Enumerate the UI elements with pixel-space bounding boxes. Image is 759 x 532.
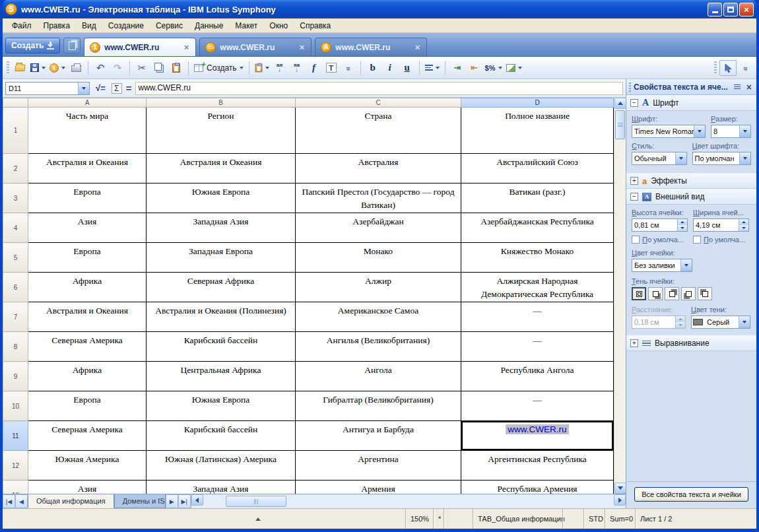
name-box-dropdown-button[interactable] <box>78 83 89 94</box>
cell[interactable]: Азербайджанская Республика <box>461 213 614 243</box>
dropdown-arrow-icon[interactable] <box>739 152 750 164</box>
selected-cell[interactable]: www.CWER.ru <box>461 421 614 451</box>
formula-input[interactable]: www.CWER.ru <box>135 82 624 95</box>
previous-sheet-button[interactable]: ◀ <box>15 494 28 508</box>
cell[interactable]: Южная Америка <box>28 451 147 481</box>
dropdown-arrow-icon[interactable] <box>739 125 750 137</box>
row-header[interactable]: 6 <box>3 273 28 302</box>
undo-button[interactable]: ↶ <box>92 60 108 76</box>
formula-button[interactable]: f <box>306 60 322 76</box>
cell[interactable]: Южная Европа <box>147 183 296 213</box>
copy-button[interactable] <box>151 60 167 76</box>
cell[interactable]: Северная Америка <box>28 332 147 362</box>
default-width-checkbox[interactable] <box>693 236 701 244</box>
cell[interactable]: Страна <box>296 108 461 154</box>
insert-image-button[interactable] <box>505 60 523 76</box>
minimize-button[interactable] <box>708 3 722 17</box>
menu-edit[interactable]: Правка <box>38 20 76 32</box>
scroll-down-button[interactable] <box>614 482 626 494</box>
shadow-color-select[interactable]: Серый <box>691 316 750 329</box>
dropdown-arrow-icon[interactable] <box>694 125 705 137</box>
row-header[interactable]: 13 <box>3 481 28 494</box>
sheet-tab-general[interactable]: Общая информация <box>28 494 114 508</box>
cell[interactable]: Западная Европа <box>147 243 296 273</box>
cell-color-select[interactable]: Без заливки <box>632 259 692 272</box>
collapse-icon[interactable]: − <box>630 193 638 201</box>
vertical-scrollbar[interactable] <box>614 98 626 494</box>
select-all-corner[interactable] <box>3 98 28 108</box>
underline-button[interactable]: u <box>399 60 415 76</box>
menu-view[interactable]: Вид <box>77 20 102 32</box>
dropdown-arrow-icon[interactable] <box>675 152 686 164</box>
vertical-scroll-thumb[interactable] <box>615 110 625 139</box>
recent-documents-button[interactable]: 1 <box>48 60 67 76</box>
status-mode[interactable]: STD <box>583 509 605 529</box>
cell[interactable]: Азия <box>28 213 147 243</box>
alignment-button[interactable] <box>424 60 441 76</box>
cell[interactable]: Монако <box>296 243 461 273</box>
column-header-c[interactable]: C <box>296 98 461 108</box>
cell[interactable]: — <box>461 391 614 421</box>
cell[interactable]: Аргентина <box>296 451 461 481</box>
cell[interactable]: Европа <box>28 243 147 273</box>
row-header-selected[interactable]: 11 <box>3 421 28 451</box>
function-wizard-button[interactable]: √= <box>94 83 108 93</box>
cell[interactable]: Часть мира <box>28 108 147 154</box>
cell[interactable]: Австралия и Океания <box>28 302 147 332</box>
equals-button[interactable]: = <box>126 83 131 94</box>
row-header[interactable]: 7 <box>3 302 28 332</box>
menu-data[interactable]: Данные <box>189 20 228 32</box>
cell[interactable]: Центральная Африка <box>147 362 296 391</box>
cell[interactable]: Европа <box>28 183 147 213</box>
number-format-button[interactable]: $% <box>484 60 504 76</box>
section-font-header[interactable]: − A Шрифт <box>626 95 756 111</box>
cell[interactable]: Северная Америка <box>28 421 147 451</box>
status-zoom[interactable]: 150% <box>405 509 433 529</box>
dropdown-arrow-icon[interactable] <box>680 259 692 271</box>
cell[interactable]: Западная Азия <box>147 213 296 243</box>
menu-file[interactable]: Файл <box>7 20 37 32</box>
next-sheet-button[interactable]: ▶ <box>166 494 178 508</box>
panel-close-icon[interactable]: × <box>744 82 754 92</box>
cell[interactable]: Ангилья (Великобритания) <box>296 332 461 362</box>
cell[interactable]: Африка <box>28 362 147 391</box>
section-appearance-header[interactable]: − A Внешний вид <box>626 189 756 205</box>
cell[interactable]: Австралия <box>296 154 461 183</box>
cell[interactable]: Южная Европа <box>147 391 296 421</box>
row-header[interactable]: 2 <box>3 154 28 183</box>
cell[interactable]: Республика Армения <box>461 481 614 494</box>
cell[interactable]: Американское Самоа <box>296 302 461 332</box>
font-name-select[interactable]: Times New Roman <box>632 125 706 138</box>
row-header[interactable]: 8 <box>3 332 28 362</box>
font-style-select[interactable]: Обычный <box>632 152 687 165</box>
thumbnails-button[interactable] <box>63 38 81 53</box>
cell[interactable]: Северная Африка <box>147 273 296 302</box>
paste-button[interactable] <box>168 60 184 76</box>
cell[interactable]: Алжирская Народная Демократическая Респу… <box>461 273 614 302</box>
more-tools-button[interactable]: » <box>341 60 356 76</box>
cell-height-spinner[interactable]: 0,81 см <box>632 218 688 232</box>
shadow-top-left-button[interactable] <box>698 287 712 300</box>
redo-button[interactable]: ↷ <box>110 60 125 76</box>
tab-close-icon[interactable]: × <box>414 42 422 52</box>
row-header[interactable]: 3 <box>3 183 28 213</box>
cell[interactable]: Республика Ангола <box>461 362 614 391</box>
row-header[interactable]: 10 <box>3 391 28 421</box>
row-header[interactable]: 12 <box>3 451 28 481</box>
row-header[interactable]: 5 <box>3 243 28 273</box>
tab-close-icon[interactable]: × <box>183 42 191 52</box>
toolbar-grip[interactable] <box>7 61 9 75</box>
cell[interactable]: Африка <box>28 273 147 302</box>
last-sheet-button[interactable]: ▶| <box>178 494 191 508</box>
cell[interactable]: Полное название <box>461 108 614 154</box>
section-alignment-header[interactable]: + Выравнивание <box>626 335 756 351</box>
select-pointer-button[interactable] <box>719 60 737 76</box>
sum-button[interactable]: Σ <box>112 83 122 94</box>
row-header[interactable]: 9 <box>3 362 28 391</box>
cell[interactable]: Азербайджан <box>296 213 461 243</box>
menu-help[interactable]: Справка <box>294 20 336 32</box>
cell[interactable]: Австралийский Союз <box>461 154 614 183</box>
open-button[interactable] <box>12 60 28 76</box>
expand-triangle-icon[interactable] <box>255 517 261 521</box>
section-effects-header[interactable]: + a Эффекты <box>626 173 756 189</box>
